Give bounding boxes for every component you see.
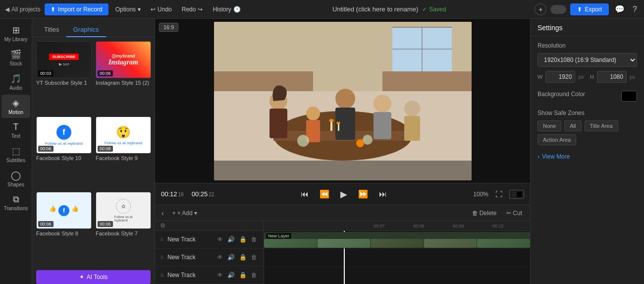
video-strip[interactable]: New Layer <box>264 232 530 248</box>
delete-button[interactable]: 🗑 Delete <box>469 208 500 218</box>
import-record-button[interactable]: ⬆ Import or Record <box>45 3 108 15</box>
track-visibility-button[interactable]: 👁 <box>215 271 224 279</box>
topbar: ◀ All projects ⬆ Import or Record Option… <box>0 0 644 19</box>
track-controls: 👁 🔊 🔒 🗑 <box>215 271 259 279</box>
media-label: YT Subscribe Style 1 <box>36 80 92 86</box>
view-more-button[interactable]: › View More <box>537 153 637 160</box>
track-audio-button[interactable]: 🔊 <box>226 235 236 243</box>
options-button[interactable]: Options ▾ <box>112 4 144 15</box>
aspect-ratio-badge: 16:9 <box>159 23 178 32</box>
back-button[interactable]: ◀ All projects <box>5 6 41 13</box>
track-name: New Track <box>167 236 213 243</box>
sidebar-item-stock[interactable]: 🎬 Stock <box>1 46 30 69</box>
skip-to-end-button[interactable]: ⏭ <box>376 188 390 201</box>
chat-button[interactable]: 💬 <box>613 2 627 16</box>
svg-rect-27 <box>214 161 472 180</box>
bg-color-label: Background Color <box>537 91 585 98</box>
color-swatch[interactable] <box>621 91 637 102</box>
track-delete-button[interactable]: 🗑 <box>250 253 259 261</box>
sidebar-item-audio[interactable]: 🎵 Audio <box>1 70 30 94</box>
safe-zone-title-button[interactable]: Title Area <box>585 120 618 131</box>
list-item[interactable]: 👍 f 👍 00:06 Facebook Style 8 <box>36 192 92 263</box>
sidebar-item-subtitles[interactable]: ⬚ Subtitles <box>1 143 30 166</box>
subtitles-icon: ⬚ <box>12 146 20 157</box>
help-button[interactable]: ? <box>631 3 639 16</box>
add-button[interactable]: + <box>535 3 546 15</box>
sidebar-item-transitions[interactable]: ⧉ Transitions <box>1 191 30 214</box>
redo-button[interactable]: Redo ↪ <box>179 4 206 15</box>
width-input[interactable] <box>545 71 575 83</box>
px-unit-2: px <box>630 74 636 80</box>
track-lock-button[interactable]: 🔒 <box>238 235 248 243</box>
panel-tabs: Titles Graphics <box>32 19 155 37</box>
sidebar-item-my-library[interactable]: ⊞ My Library <box>1 22 30 45</box>
project-title[interactable]: Untitled (click here to rename) <box>332 5 418 13</box>
scissors-icon: ✂ <box>506 210 511 217</box>
media-label: Instagram Style 15 (2) <box>96 80 151 86</box>
sidebar-item-shapes[interactable]: ◯ Shapes <box>1 167 30 190</box>
resolution-select[interactable]: 1920x1080 (16:9 Standard) <box>537 53 637 67</box>
height-input[interactable] <box>597 71 627 83</box>
list-item[interactable]: ✿ Follow us atmybrand 00:06 Facebook Sty… <box>96 192 151 263</box>
skip-to-start-button[interactable]: ⏮ <box>298 188 312 201</box>
preview-video <box>214 22 472 180</box>
media-label: Facebook Style 9 <box>96 155 151 161</box>
shapes-icon: ◯ <box>11 170 21 181</box>
track-audio-button[interactable]: 🔊 <box>226 253 236 261</box>
export-button[interactable]: ⬆ Export <box>570 3 609 15</box>
theme-toggle[interactable] <box>550 5 566 14</box>
cut-button[interactable]: ✂ Cut <box>503 208 525 218</box>
safe-zone-action-button[interactable]: Action Area <box>537 134 576 145</box>
topbar-right: + ⬆ Export 💬 ? <box>535 2 639 16</box>
sidebar-item-motion[interactable]: ◈ Motion <box>1 95 30 118</box>
list-item[interactable]: @mybrand Instagram 00:06 Instagram Style… <box>96 41 151 113</box>
history-button[interactable]: History 🕐 <box>210 4 243 15</box>
fast-forward-button[interactable]: ⏩ <box>355 187 371 201</box>
settings-title: Settings <box>531 19 644 36</box>
rewind-button[interactable]: ⏪ <box>317 187 332 201</box>
list-item[interactable]: 😲 Follow us at mybrand 00:08 Facebook St… <box>96 116 151 188</box>
media-thumbnail: 👍 f 👍 00:06 <box>36 192 92 229</box>
svg-point-26 <box>356 139 364 147</box>
track-lock-button[interactable]: 🔒 <box>238 271 248 279</box>
play-pause-button[interactable]: ▶ <box>337 187 350 202</box>
track-delete-button[interactable]: 🗑 <box>250 271 259 279</box>
undo-button[interactable]: ↩ Undo <box>148 4 175 15</box>
settings-button[interactable]: ⚙ <box>160 222 165 229</box>
duration-badge: 00:06 <box>98 221 113 227</box>
color-row: Background Color <box>537 91 637 102</box>
fullscreen-button[interactable]: ⛶ <box>493 188 504 200</box>
svg-rect-17 <box>374 112 391 139</box>
safe-zone-all-button[interactable]: All <box>564 120 581 131</box>
delete-icon: 🗑 <box>472 210 478 217</box>
safe-zone-none-button[interactable]: None <box>537 120 561 131</box>
tab-graphics[interactable]: Graphics <box>66 23 106 37</box>
ruler-mark: 00:08 <box>411 224 451 228</box>
add-track-button[interactable]: + + Add ▾ <box>169 208 200 218</box>
ai-tools-button[interactable]: ✦ AI Tools <box>36 270 151 284</box>
track-area: New Layer <box>264 231 530 284</box>
back-arrow-icon: ◀ <box>5 6 9 13</box>
media-label: Facebook Style 7 <box>96 230 151 236</box>
list-item[interactable]: f Follow us at mybrand 00:06 Facebook St… <box>36 116 92 188</box>
back-label: All projects <box>11 6 41 13</box>
track-lock-button[interactable]: 🔒 <box>238 253 248 261</box>
track-delete-button[interactable]: 🗑 <box>250 235 259 243</box>
drag-handle[interactable]: ≡ <box>160 272 163 279</box>
tab-titles[interactable]: Titles <box>37 23 66 37</box>
track-audio-button[interactable]: 🔊 <box>226 271 236 279</box>
media-thumbnail: 😲 Follow us at mybrand 00:08 <box>96 116 151 154</box>
drag-handle[interactable]: ≡ <box>160 254 163 261</box>
safe-zone-buttons: None All Title Area Action Area <box>537 120 637 145</box>
sidebar-item-text[interactable]: T Text <box>1 119 30 142</box>
svg-rect-7 <box>214 71 313 91</box>
track-visibility-button[interactable]: 👁 <box>215 235 224 243</box>
ruler-mark: 00:07 <box>372 224 411 228</box>
timeline-nav-left-button[interactable]: ‹ <box>160 208 165 219</box>
svg-rect-19 <box>404 116 420 141</box>
drag-handle[interactable]: ≡ <box>160 236 163 243</box>
my-library-icon: ⊞ <box>12 25 20 36</box>
list-item[interactable]: SUBSCRIBE ▶ bell 00:03 YT Subscribe Styl… <box>36 41 92 113</box>
svg-point-18 <box>404 101 420 116</box>
track-visibility-button[interactable]: 👁 <box>215 253 224 261</box>
